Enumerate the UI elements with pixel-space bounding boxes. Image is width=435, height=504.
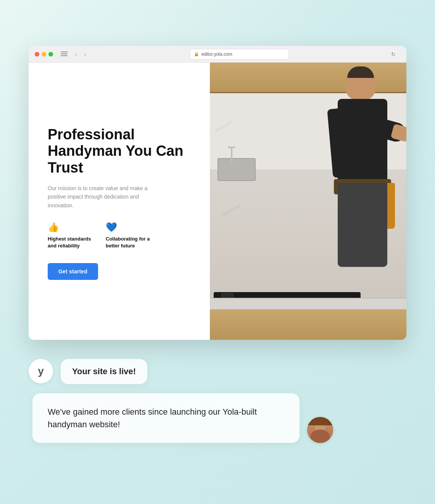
person-pants: [338, 183, 387, 267]
testimonial-bubble: We've gained more clients since launchin…: [32, 393, 300, 443]
heart-icon: 💙: [106, 222, 151, 233]
close-button[interactable]: [35, 52, 39, 57]
site-live-row: y Your site is live!: [29, 359, 406, 384]
thumbsup-icon: 👍: [48, 222, 93, 233]
counter-top: [210, 298, 406, 309]
feature-label-1: Highest standards and reliability: [48, 236, 93, 249]
feature-label-2: Collaborating for a better future: [106, 236, 151, 249]
traffic-lights: [35, 52, 53, 57]
yola-avatar: y: [29, 359, 53, 383]
back-arrow-icon[interactable]: ‹: [72, 50, 80, 58]
browser-content: Professional Handyman You Can Trust Our …: [29, 63, 406, 340]
hero-subtitle: Our mission is to create value and make …: [48, 184, 155, 210]
features-row: 👍 Highest standards and reliability 💙 Co…: [48, 222, 191, 249]
avatar-face: [307, 417, 333, 443]
cabinet-bottom: [210, 309, 406, 340]
sink-area: [218, 158, 256, 181]
avatar-hair: [307, 417, 333, 425]
feature-item-1: 👍 Highest standards and reliability: [48, 222, 93, 249]
maximize-button[interactable]: [48, 52, 53, 57]
lock-icon: 🔒: [194, 52, 199, 57]
minimize-button[interactable]: [42, 52, 46, 57]
testimonial-row: We've gained more clients since launchin…: [29, 393, 406, 443]
reload-icon[interactable]: ↻: [390, 50, 397, 58]
hero-title: Professional Handyman You Can Trust: [48, 126, 191, 176]
user-avatar: [307, 417, 333, 443]
site-live-bubble: Your site is live!: [61, 359, 147, 384]
get-started-button[interactable]: Get started: [48, 263, 98, 280]
browser-window: ‹ › 🔒 editor.yola.com ↻ Professional Han…: [29, 46, 406, 340]
hero-left-panel: Professional Handyman You Can Trust Our …: [29, 63, 210, 340]
address-bar[interactable]: 🔒 editor.yola.com: [190, 49, 289, 60]
sidebar-toggle-icon[interactable]: [61, 52, 68, 57]
browser-chrome: ‹ › 🔒 editor.yola.com ↻: [29, 46, 406, 63]
faucet: [231, 147, 232, 162]
watermark-3: istock.com: [222, 203, 241, 217]
url-text: editor.yola.com: [201, 52, 232, 57]
hero-right-panel: istock.com istock.com istock.com: [210, 63, 406, 340]
person-head: [345, 66, 376, 101]
browser-nav: ‹ ›: [72, 50, 89, 58]
address-bar-wrapper: 🔒 editor.yola.com: [93, 49, 385, 60]
hero-image: istock.com istock.com istock.com: [210, 63, 406, 340]
chat-section: y Your site is live! We've gained more c…: [29, 351, 406, 489]
forward-arrow-icon[interactable]: ›: [81, 50, 89, 58]
feature-item-2: 💙 Collaborating for a better future: [106, 222, 151, 249]
